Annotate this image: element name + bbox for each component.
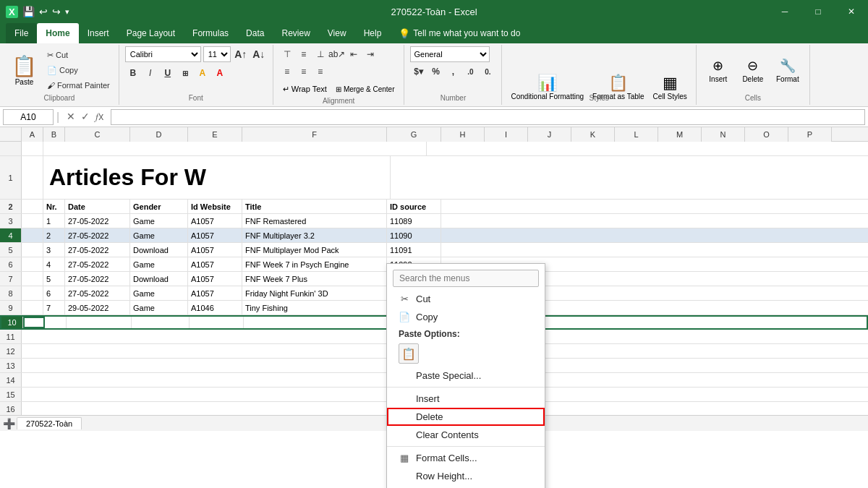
cell-f7[interactable]: FNF Week 7 Plus [242,272,387,286]
format-painter-button[interactable]: 🖌 Format Painter [44,78,113,93]
format-button[interactable]: 🔧 Format [772,48,804,92]
align-left-button[interactable]: ≡ [279,64,295,80]
text-angle-button[interactable]: ab↗ [329,46,345,62]
cell-a8[interactable] [22,286,43,300]
insert-button[interactable]: ⊕ Insert [702,48,734,92]
wrap-text-button[interactable]: ↵ Wrap Text [279,81,331,97]
cell-f8[interactable]: Friday Night Funkin' 3D [242,286,387,300]
add-sheet-button[interactable]: ➕ [3,418,15,429]
tab-tell-me[interactable]: 💡 Tell me what you want to do [390,23,529,43]
tab-home[interactable]: Home [37,23,78,43]
cell-b2[interactable]: Nr. [43,200,65,213]
bold-button[interactable]: B [125,65,141,81]
cell-f3[interactable]: FNF Remastered [242,214,387,228]
close-button[interactable]: ✕ [835,0,868,23]
decrease-decimal-button[interactable]: 0. [480,64,495,80]
col-header-h[interactable]: H [441,127,485,142]
quick-access-redo[interactable]: ↪ [52,6,61,17]
underline-button[interactable]: U [160,65,176,81]
cell-e8[interactable]: A1057 [188,286,242,300]
number-format-select[interactable]: General [410,46,490,62]
cell-f4[interactable]: FNF Multiplayer 3.2 [242,228,387,242]
maximize-button[interactable]: □ [801,0,835,23]
context-clear-contents[interactable]: Clear Contents [387,426,545,444]
cell-b4[interactable]: 2 [43,228,65,242]
col-header-c[interactable]: C [65,127,130,142]
cell-d2[interactable]: Gender [130,200,188,213]
cell-b9[interactable]: 7 [43,301,65,314]
align-middle-button[interactable]: ≡ [296,46,312,62]
align-bottom-button[interactable]: ⊥ [312,46,328,62]
cell-b10[interactable] [45,317,67,328]
quick-access-save[interactable]: 💾 [22,6,35,17]
tab-view[interactable]: View [319,23,355,43]
decrease-font-button[interactable]: A↓ [251,46,267,62]
delete-button[interactable]: ⊖ Delete [737,48,769,92]
cell-d4[interactable]: Game [130,228,188,242]
context-insert[interactable]: Insert [387,390,545,408]
tab-insert[interactable]: Insert [79,23,118,43]
cell-f9[interactable]: Tiny Fishing [242,301,387,314]
quick-access-undo[interactable]: ↩ [39,6,48,17]
quick-access-customize[interactable]: ▾ [65,7,69,17]
fill-color-button[interactable]: A [195,65,210,81]
cell-e10[interactable] [190,317,244,328]
cell-a-title[interactable] [22,156,43,199]
col-header-f[interactable]: F [242,127,387,142]
cell-a1[interactable] [22,142,43,155]
cell-b6[interactable]: 4 [43,257,65,271]
cell-c4[interactable]: 27-05-2022 [65,228,130,242]
comma-button[interactable]: , [445,64,461,80]
cell-d8[interactable]: Game [130,286,188,300]
insert-function-button[interactable]: 𝑓x [94,111,105,123]
cell-f5[interactable]: FNF Multiplayer Mod Pack [242,243,387,257]
context-menu-search[interactable] [393,270,539,287]
tab-data[interactable]: Data [237,23,273,43]
col-header-a[interactable]: A [22,127,43,142]
confirm-formula-button[interactable]: ✓ [80,111,91,123]
increase-font-button[interactable]: A↑ [233,46,249,62]
context-hide[interactable]: Hide [387,485,545,488]
col-header-o[interactable]: O [745,127,788,142]
cell-c2[interactable]: Date [65,200,130,213]
indent-decrease-button[interactable]: ⇤ [346,46,362,62]
italic-button[interactable]: I [142,65,158,81]
increase-decimal-button[interactable]: .0 [462,64,478,80]
font-size-select[interactable]: 11 [203,46,231,62]
col-header-g[interactable]: G [387,127,441,142]
col-header-k[interactable]: K [571,127,615,142]
cell-d5[interactable]: Download [130,243,188,257]
cell-a9[interactable] [22,301,43,314]
cell-a5[interactable] [22,243,43,257]
tab-formulas[interactable]: Formulas [184,23,237,43]
align-top-button[interactable]: ⊤ [279,46,295,62]
cell-b7[interactable]: 5 [43,272,65,286]
cell-c10[interactable] [67,317,132,328]
name-box[interactable] [3,109,54,125]
tab-file[interactable]: File [6,23,37,43]
font-name-select[interactable]: Calibri [125,46,201,62]
cell-d10[interactable] [132,317,190,328]
border-button[interactable]: ⊞ [177,65,193,81]
cell-d7[interactable]: Download [130,272,188,286]
context-copy[interactable]: 📄 Copy [387,308,545,326]
sheet-tab-1[interactable]: 270522-Toàn [17,417,82,429]
cell-b5[interactable]: 3 [43,243,65,257]
cell-a10[interactable] [23,317,45,328]
cell-title[interactable]: Articles For W [43,156,391,199]
tab-page-layout[interactable]: Page Layout [118,23,184,43]
cell-e7[interactable]: A1057 [188,272,242,286]
cell-g4[interactable]: 11090 [387,228,441,242]
cell-e3[interactable]: A1057 [188,214,242,228]
cut-button[interactable]: ✂ Cut [44,48,113,62]
cell-e9[interactable]: A1046 [188,301,242,314]
context-format-cells[interactable]: ▦ Format Cells... [387,449,545,467]
col-header-l[interactable]: L [615,127,658,142]
cell-f2[interactable]: Title [242,200,387,213]
col-header-j[interactable]: J [528,127,571,142]
cell-e6[interactable]: A1057 [188,257,242,271]
paste-icon-default[interactable]: 📋 [399,343,419,364]
col-header-b[interactable]: B [43,127,65,142]
cell-e5[interactable]: A1057 [188,243,242,257]
cell-c8[interactable]: 27-05-2022 [65,286,130,300]
